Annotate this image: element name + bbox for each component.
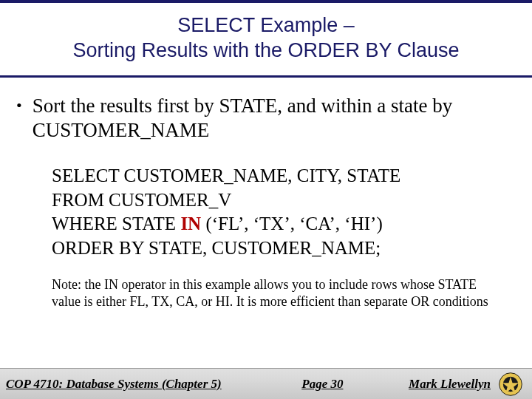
title-line-2: Sorting Results with the ORDER BY Clause <box>22 38 510 64</box>
bullet-item: • Sort the results first by STATE, and w… <box>0 78 532 144</box>
slide-title: SELECT Example – Sorting Results with th… <box>0 3 532 69</box>
ucf-logo-icon <box>498 372 523 397</box>
sql-line-3: WHERE STATE IN (‘FL’, ‘TX’, ‘CA’, ‘HI’) <box>52 212 510 236</box>
note-text: Note: the IN operator in this example al… <box>0 260 532 310</box>
footer-course: COP 4710: Database Systems (Chapter 5) <box>6 377 222 392</box>
sql-example: SELECT CUSTOMER_NAME, CITY, STATE FROM C… <box>0 143 532 260</box>
sql-line-1: SELECT CUSTOMER_NAME, CITY, STATE <box>52 164 510 188</box>
sql-line-4: ORDER BY STATE, CUSTOMER_NAME; <box>52 236 510 261</box>
footer-author: Mark Llewellyn <box>409 377 491 392</box>
sql-line-3-prefix: WHERE STATE <box>52 214 180 233</box>
sql-keyword-in: IN <box>180 214 201 233</box>
sql-line-2: FROM CUSTOMER_V <box>52 188 510 213</box>
sql-line-3-suffix: (‘FL’, ‘TX’, ‘CA’, ‘HI’) <box>201 214 383 233</box>
bullet-text: Sort the results first by STATE, and wit… <box>33 94 510 144</box>
footer-page: Page 30 <box>236 377 409 392</box>
title-line-1: SELECT Example – <box>22 13 510 38</box>
slide-footer: COP 4710: Database Systems (Chapter 5) P… <box>0 368 532 399</box>
bullet-marker: • <box>16 95 22 116</box>
